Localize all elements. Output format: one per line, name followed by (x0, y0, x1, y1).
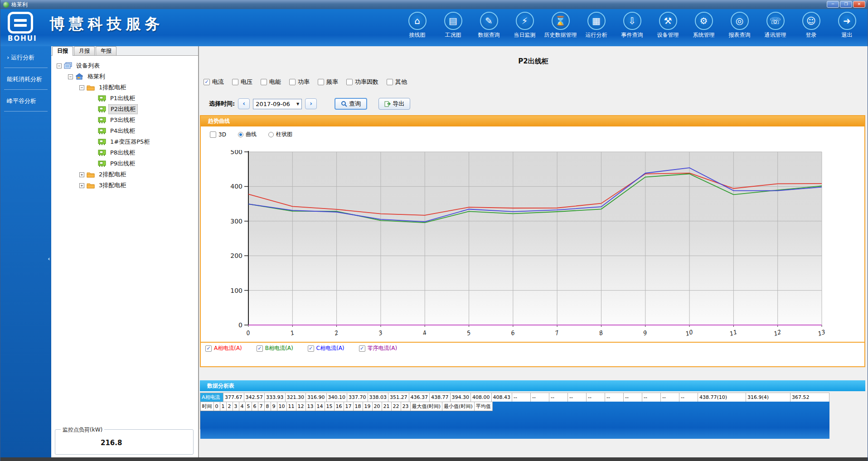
export-icon (384, 101, 391, 107)
svg-text:500: 500 (230, 150, 242, 155)
tree-node-1排配电柜[interactable]: −1排配电柜 (51, 82, 198, 93)
toolbar-item-condition-diagram[interactable]: ▤工况图 (435, 12, 471, 39)
toolbar-label-comm-mgmt: 通讯管理 (765, 31, 786, 39)
table-cell: 408.43 (491, 393, 512, 402)
table-header-cell: 3 (233, 402, 239, 411)
metric-checkbox-频率[interactable]: 频率 (318, 78, 338, 86)
checkbox-icon: ✓ (204, 79, 210, 85)
toolbar-item-report-query[interactable]: ◎报表查询 (722, 12, 757, 39)
maximize-button[interactable]: ❐ (840, 1, 852, 8)
card-icon (98, 128, 106, 135)
lightning-icon: ⚡ (516, 12, 534, 30)
tree-node-P1出线柜[interactable]: P1出线柜 (51, 93, 198, 104)
date-dropdown[interactable]: 2017-09-06 ▼ (253, 99, 302, 109)
table-cell: 342.57 (244, 393, 265, 402)
toolbar-item-system-mgmt[interactable]: ⚙系统管理 (686, 12, 722, 39)
toolbar-item-logout[interactable]: ➜退出 (829, 12, 865, 39)
tab-yearly-report[interactable]: 年报 (96, 46, 116, 55)
dropdown-caret-icon: ▼ (296, 102, 299, 106)
table-cell: 438.77 (430, 393, 451, 402)
metric-checkbox-电压[interactable]: 电压 (232, 78, 252, 86)
time-selector-row: 选择时间: ‹ 2017-09-06 ▼ › 查询 导出 (209, 98, 410, 110)
tree-node-P3出线柜[interactable]: P3出线柜 (51, 115, 198, 126)
tree-node-3排配电柜[interactable]: +3排配电柜 (51, 180, 198, 191)
legend-checkbox-零序电流(A)[interactable]: ✓零序电流(A) (359, 345, 398, 352)
mode-curve-radio[interactable]: 曲线 (238, 131, 257, 138)
tree-node-2排配电柜[interactable]: +2排配电柜 (51, 169, 198, 180)
tree-toggle-collapse-icon[interactable]: − (57, 63, 62, 68)
tree-node-P2出线柜[interactable]: P2出线柜 (51, 104, 198, 115)
table-cell: 394.30 (450, 393, 471, 402)
metric-checkbox-电能[interactable]: 电能 (261, 78, 281, 86)
tree-node-label: 1排配电柜 (97, 83, 128, 92)
table-header-cell: 2 (226, 402, 233, 411)
data-analysis-table: 时间01234567891011121314151617181920212223… (200, 393, 829, 429)
svg-text:6: 6 (509, 329, 516, 337)
tree-node-label: P4出线柜 (108, 126, 137, 136)
table-cell: 436.37 (409, 393, 430, 402)
tree-toggle-collapse-icon[interactable]: − (79, 85, 84, 90)
toolbar-item-daily-monitor[interactable]: ⚡当日监测 (507, 12, 543, 39)
metric-checkbox-功率[interactable]: 功率 (289, 78, 310, 86)
export-button[interactable]: 导出 (378, 98, 410, 110)
minimize-button[interactable]: ─ (827, 1, 839, 8)
monitor-icon: ▤ (444, 12, 462, 30)
tree-node-P8出线柜[interactable]: P8出线柜 (51, 147, 198, 158)
tree-node-1#变压器P5柜[interactable]: 1#变压器P5柜 (51, 136, 198, 147)
toolbar-item-data-query[interactable]: ✎数据查询 (471, 12, 507, 39)
toolbar-item-event-query[interactable]: ⇩事件查询 (614, 12, 650, 39)
mode-barchart-radio[interactable]: 柱状图 (268, 131, 292, 138)
table-cell: -- (605, 393, 624, 402)
legend-checkbox-A相电流(A)[interactable]: ✓A相电流(A) (205, 345, 242, 352)
table-cell: -- (624, 393, 642, 402)
table-header-cell: 19 (363, 402, 372, 411)
metric-checkbox-电流[interactable]: ✓电流 (204, 78, 224, 86)
tree-toggle-expand-icon[interactable]: + (79, 183, 84, 188)
metric-checkbox-其他[interactable]: 其他 (387, 78, 407, 86)
prev-day-button[interactable]: ‹ (238, 98, 250, 109)
legend-checkbox-C相电流(A)[interactable]: ✓C相电流(A) (308, 345, 344, 352)
tree-toggle-collapse-icon[interactable]: − (68, 74, 73, 79)
tree-toggle-expand-icon[interactable]: + (79, 172, 84, 177)
legend-checkbox-B相电流(A)[interactable]: ✓B相电流(A) (257, 345, 293, 352)
next-day-button[interactable]: › (305, 98, 317, 109)
table-header-cell: 最小值(时间) (442, 402, 475, 411)
table-cell: 316.90 (306, 393, 327, 402)
toolbar-item-history-data[interactable]: ⌛历史数据管理 (543, 12, 578, 39)
panel-collapse-icon[interactable]: ‹ (47, 249, 51, 268)
toolbar-item-operation-analysis[interactable]: ▦运行分析 (578, 12, 614, 39)
svg-text:4: 4 (421, 329, 427, 337)
close-button[interactable]: ✕ (853, 1, 865, 8)
svg-text:100: 100 (230, 287, 242, 294)
tree-node-P4出线柜[interactable]: P4出线柜 (51, 126, 198, 136)
tab-monthly-report[interactable]: 月报 (74, 46, 95, 55)
toolbar-item-login[interactable]: ☺登录 (793, 12, 829, 39)
toolbar-item-equipment-mgmt[interactable]: ⚒设备管理 (650, 12, 686, 39)
trend-chart: 0100200300400500012345678910111213 (201, 150, 865, 354)
table-cell: -- (587, 393, 605, 402)
tab-daily-report[interactable]: 日报 (52, 46, 73, 56)
tree-node-P9出线柜[interactable]: P9出线柜 (51, 158, 198, 169)
row-label-cell[interactable]: A相电流 (200, 393, 223, 402)
sidebar-item-3[interactable]: 峰平谷分析 (0, 90, 51, 112)
page-title: P2出线柜 (199, 57, 868, 66)
table-cell: -- (679, 393, 698, 402)
card-icon (98, 139, 106, 146)
metric-checkbox-功率因数[interactable]: 功率因数 (346, 78, 378, 86)
table-header-cell: 最大值(时间) (410, 402, 442, 411)
tree-node-设备列表[interactable]: −设备列表 (51, 60, 198, 71)
table-header-cell: 16 (334, 402, 344, 411)
query-button[interactable]: 查询 (335, 98, 367, 110)
toolbar-item-comm-mgmt[interactable]: ☏通讯管理 (757, 12, 793, 39)
sidebar-item-2[interactable]: 能耗消耗分析 (0, 68, 51, 90)
card-icon (98, 117, 106, 124)
table-cell: 367.52 (790, 393, 829, 402)
sidebar-item-1[interactable]: ›运行分析 (0, 46, 51, 68)
tree-node-格莱利[interactable]: −格莱利 (51, 71, 198, 82)
toolbar-item-wiring-diagram[interactable]: ⌂接线图 (399, 12, 435, 39)
pencil-icon: ✎ (480, 12, 498, 30)
window-title: 格莱利 (11, 1, 28, 9)
mode-3d-checkbox[interactable]: 3D (210, 131, 226, 138)
house-icon: ⌂ (408, 12, 427, 30)
toolbar-label-data-query: 数据查询 (478, 31, 500, 39)
